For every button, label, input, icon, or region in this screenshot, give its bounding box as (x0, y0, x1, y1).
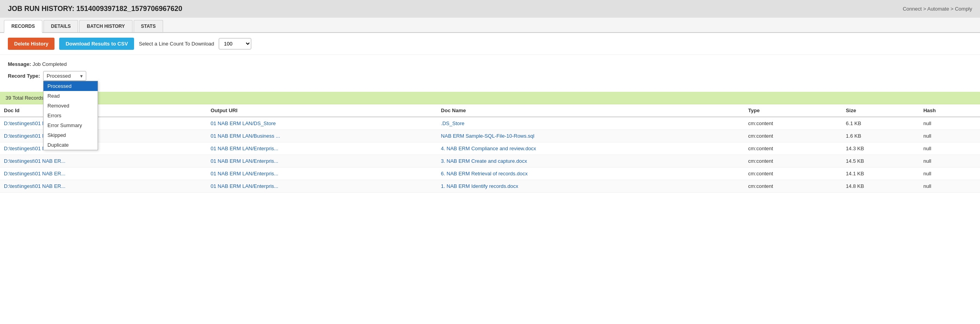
record-type-label: Record Type: (8, 73, 40, 79)
cell-hash: null (919, 117, 980, 130)
cell-type: cm:content (744, 167, 842, 180)
cell-hash: null (919, 130, 980, 142)
content-area: Message: Job Completed Record Type: Proc… (0, 55, 980, 92)
cell-doc-id[interactable]: D:\test\ingest\01 NAB ER... (0, 167, 207, 180)
cell-output-uri[interactable]: 01 NAB ERM LAN/Enterpris... (207, 167, 437, 180)
cell-size: 1.6 KB (842, 130, 920, 142)
cell-size: 14.5 KB (842, 155, 920, 167)
cell-output-uri[interactable]: 01 NAB ERM LAN/DS_Store (207, 117, 437, 130)
tabs-bar: RECORDS DETAILS BATCH HISTORY STATS (0, 18, 980, 33)
table-row: D:\test\ingest\01 NAB ER... 01 NAB ERM L… (0, 130, 980, 142)
cell-doc-id[interactable]: D:\test\ingest\01 NAB ER... (0, 180, 207, 193)
cell-size: 14.3 KB (842, 142, 920, 155)
cell-type: cm:content (744, 130, 842, 142)
col-doc-id: Doc Id (0, 104, 207, 117)
cell-doc-name: 1. NAB ERM Identify records.docx (437, 180, 744, 193)
cell-doc-name: 6. NAB ERM Retrieval of records.docx (437, 167, 744, 180)
cell-type: cm:content (744, 180, 842, 193)
col-hash: Hash (919, 104, 980, 117)
cell-doc-id[interactable]: D:\test\ingest\01 NAB ER... (0, 130, 207, 142)
record-type-dropdown-list: Processed Read Removed Errors Error Summ… (43, 81, 98, 150)
tab-batch-history[interactable]: BATCH HISTORY (79, 20, 132, 32)
cell-size: 6.1 KB (842, 117, 920, 130)
message-row: Message: Job Completed (8, 61, 972, 67)
cell-doc-name: 3. NAB ERM Create and capture.docx (437, 155, 744, 167)
col-size: Size (842, 104, 920, 117)
cell-size: 14.8 KB (842, 180, 920, 193)
table-row: D:\test\ingest\01 NAB ER... 01 NAB ERM L… (0, 155, 980, 167)
cell-doc-id[interactable]: D:\test\ingest\01 NAB ER... (0, 117, 207, 130)
cell-type: cm:content (744, 142, 842, 155)
cell-type: cm:content (744, 155, 842, 167)
record-type-row: Record Type: Processed ▼ Processed Read … (8, 71, 972, 81)
record-type-select-display[interactable]: Processed ▼ (43, 71, 86, 81)
message-label: Message: (8, 61, 31, 67)
dropdown-item-processed[interactable]: Processed (44, 81, 98, 91)
cell-hash: null (919, 142, 980, 155)
cell-output-uri[interactable]: 01 NAB ERM LAN/Enterpris... (207, 180, 437, 193)
cell-hash: null (919, 180, 980, 193)
cell-doc-name: .DS_Store (437, 117, 744, 130)
record-type-dropdown-wrapper: Processed ▼ Processed Read Removed Error… (43, 71, 86, 81)
cell-type: cm:content (744, 117, 842, 130)
table-row: D:\test\ingest\01 NAB ER... 01 NAB ERM L… (0, 167, 980, 180)
dropdown-item-errors[interactable]: Errors (44, 111, 98, 120)
toolbar: Delete History Download Results to CSV S… (0, 33, 980, 55)
dropdown-item-error-summary[interactable]: Error Summary (44, 120, 98, 130)
cell-doc-name: NAB ERM Sample-SQL-File-10-Rows.sql (437, 130, 744, 142)
table-row: D:\test\ingest\01 NAB ER... 01 NAB ERM L… (0, 117, 980, 130)
table-row: D:\test\ingest\01 NAB ER... 01 NAB ERM L… (0, 180, 980, 193)
page-title: JOB RUN HISTORY: 1514009397182_157970696… (8, 5, 182, 13)
cell-output-uri[interactable]: 01 NAB ERM LAN/Enterpris... (207, 155, 437, 167)
delete-history-button[interactable]: Delete History (8, 38, 54, 50)
table-header-row: Doc Id Output URI Doc Name Type Size Has… (0, 104, 980, 117)
dropdown-item-skipped[interactable]: Skipped (44, 130, 98, 140)
page-header: JOB RUN HISTORY: 1514009397182_157970696… (0, 0, 980, 18)
cell-doc-name: 4. NAB ERM Compliance and review.docx (437, 142, 744, 155)
data-table: Doc Id Output URI Doc Name Type Size Has… (0, 104, 980, 193)
cell-output-uri[interactable]: 01 NAB ERM LAN/Business ... (207, 130, 437, 142)
col-output-uri: Output URI (207, 104, 437, 117)
message-value: Job Completed (33, 61, 67, 67)
tab-details[interactable]: DETAILS (44, 20, 78, 32)
tab-records[interactable]: RECORDS (4, 20, 42, 33)
line-count-label: Select a Line Count To Download (139, 41, 214, 47)
col-doc-name: Doc Name (437, 104, 744, 117)
cell-size: 14.1 KB (842, 167, 920, 180)
cell-doc-id[interactable]: D:\test\ingest\01 NAB ER... (0, 155, 207, 167)
col-type: Type (744, 104, 842, 117)
cell-output-uri[interactable]: 01 NAB ERM LAN/Enterpris... (207, 142, 437, 155)
dropdown-item-read[interactable]: Read (44, 91, 98, 101)
tab-stats[interactable]: STATS (134, 20, 163, 32)
cell-doc-id[interactable]: D:\test\ingest\01 NAB ER... (0, 142, 207, 155)
record-type-selected-value: Processed (47, 73, 71, 79)
table-row: D:\test\ingest\01 NAB ER... 01 NAB ERM L… (0, 142, 980, 155)
dropdown-item-removed[interactable]: Removed (44, 101, 98, 111)
dropdown-item-duplicate[interactable]: Duplicate (44, 140, 98, 150)
download-csv-button[interactable]: Download Results to CSV (59, 38, 134, 50)
breadcrumb: Connect > Automate > Comply (903, 6, 972, 12)
cell-hash: null (919, 167, 980, 180)
summary-bar: 39 Total Records Records 1 to 39 (0, 92, 980, 104)
cell-hash: null (919, 155, 980, 167)
line-count-select[interactable]: 100 500 1000 All (219, 38, 251, 49)
dropdown-arrow-icon: ▼ (79, 74, 83, 78)
